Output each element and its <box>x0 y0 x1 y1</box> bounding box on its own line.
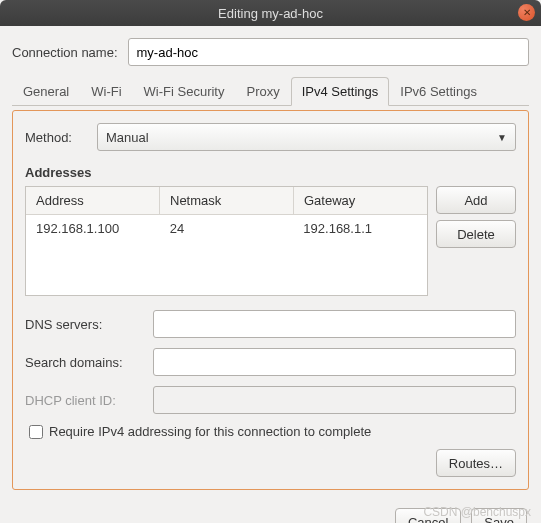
addresses-section: Address Netmask Gateway 192.168.1.100 24… <box>25 186 516 296</box>
require-checkbox[interactable] <box>29 425 43 439</box>
tab-ipv4-settings[interactable]: IPv4 Settings <box>291 77 390 106</box>
method-select[interactable]: Manual ▼ <box>97 123 516 151</box>
dns-label: DNS servers: <box>25 317 153 332</box>
dns-row: DNS servers: <box>25 310 516 338</box>
search-domains-label: Search domains: <box>25 355 153 370</box>
connection-name-label: Connection name: <box>12 45 118 60</box>
addresses-table[interactable]: Address Netmask Gateway 192.168.1.100 24… <box>25 186 428 296</box>
method-row: Method: Manual ▼ <box>25 123 516 151</box>
cell-address[interactable]: 192.168.1.100 <box>26 215 160 242</box>
add-button[interactable]: Add <box>436 186 516 214</box>
tab-proxy[interactable]: Proxy <box>235 77 290 106</box>
close-icon[interactable]: ✕ <box>518 4 535 21</box>
search-domains-input[interactable] <box>153 348 516 376</box>
window-content: Connection name: General Wi-Fi Wi-Fi Sec… <box>0 26 541 498</box>
require-label: Require IPv4 addressing for this connect… <box>49 424 371 439</box>
window-title: Editing my-ad-hoc <box>218 6 323 21</box>
connection-name-input[interactable] <box>128 38 529 66</box>
tab-wifi[interactable]: Wi-Fi <box>80 77 132 106</box>
ipv4-settings-panel: Method: Manual ▼ Addresses Address Netma… <box>12 110 529 490</box>
chevron-down-icon: ▼ <box>497 132 507 143</box>
tabs: General Wi-Fi Wi-Fi Security Proxy IPv4 … <box>12 76 529 106</box>
connection-name-row: Connection name: <box>12 38 529 66</box>
cell-netmask[interactable]: 24 <box>160 215 294 242</box>
method-label: Method: <box>25 130 97 145</box>
watermark: CSDN @benchuspx <box>423 505 531 519</box>
col-address[interactable]: Address <box>26 187 160 214</box>
col-gateway[interactable]: Gateway <box>294 187 427 214</box>
routes-row: Routes… <box>25 449 516 477</box>
require-row: Require IPv4 addressing for this connect… <box>29 424 516 439</box>
address-buttons: Add Delete <box>436 186 516 296</box>
dhcp-label: DHCP client ID: <box>25 393 153 408</box>
table-row[interactable]: 192.168.1.100 24 192.168.1.1 <box>26 215 427 242</box>
dhcp-row: DHCP client ID: <box>25 386 516 414</box>
addresses-title: Addresses <box>25 165 516 180</box>
routes-button[interactable]: Routes… <box>436 449 516 477</box>
col-netmask[interactable]: Netmask <box>160 187 294 214</box>
tab-general[interactable]: General <box>12 77 80 106</box>
dhcp-input <box>153 386 516 414</box>
cell-gateway[interactable]: 192.168.1.1 <box>293 215 427 242</box>
table-header: Address Netmask Gateway <box>26 187 427 215</box>
delete-button[interactable]: Delete <box>436 220 516 248</box>
dns-input[interactable] <box>153 310 516 338</box>
method-value: Manual <box>106 130 149 145</box>
tab-ipv6-settings[interactable]: IPv6 Settings <box>389 77 488 106</box>
titlebar: Editing my-ad-hoc ✕ <box>0 0 541 26</box>
search-domains-row: Search domains: <box>25 348 516 376</box>
tab-wifi-security[interactable]: Wi-Fi Security <box>133 77 236 106</box>
